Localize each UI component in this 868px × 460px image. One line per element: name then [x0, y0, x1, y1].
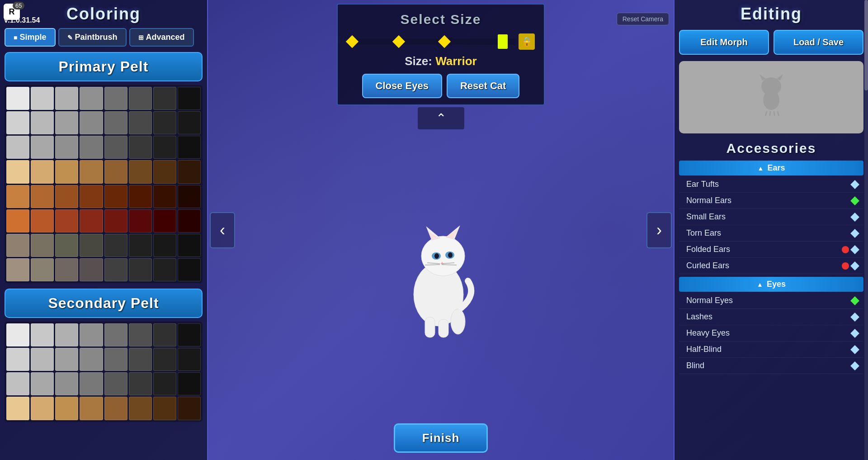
primary-color-swatch[interactable]: [129, 160, 152, 183]
load-save-button[interactable]: Load / Save: [774, 30, 863, 55]
primary-color-swatch[interactable]: [55, 111, 78, 134]
list-item[interactable]: Lashes: [679, 309, 863, 325]
primary-color-swatch[interactable]: [104, 258, 127, 281]
primary-color-swatch[interactable]: [153, 185, 176, 208]
primary-color-swatch[interactable]: [178, 136, 201, 159]
primary-color-swatch[interactable]: [104, 234, 127, 257]
secondary-color-swatch[interactable]: [6, 397, 29, 420]
primary-color-swatch[interactable]: [55, 209, 78, 232]
primary-color-swatch[interactable]: [178, 209, 201, 232]
primary-color-swatch[interactable]: [153, 209, 176, 232]
list-item[interactable]: Torn Ears: [679, 225, 863, 242]
primary-color-swatch[interactable]: [153, 258, 176, 281]
secondary-color-swatch[interactable]: [55, 372, 78, 395]
primary-color-swatch[interactable]: [104, 136, 127, 159]
primary-color-swatch[interactable]: [55, 185, 78, 208]
secondary-color-swatch[interactable]: [153, 323, 176, 346]
reset-camera-button[interactable]: Reset Camera: [617, 13, 669, 25]
primary-color-swatch[interactable]: [55, 258, 78, 281]
secondary-color-swatch[interactable]: [55, 348, 78, 371]
list-item[interactable]: Ear Tufts: [679, 176, 863, 193]
primary-color-swatch[interactable]: [80, 234, 103, 257]
primary-color-swatch[interactable]: [129, 258, 152, 281]
primary-pelt-header[interactable]: Primary Pelt: [5, 52, 203, 81]
mode-simple-button[interactable]: ■ Simple: [5, 28, 56, 47]
finish-button[interactable]: Finish: [394, 423, 488, 453]
right-scrollbar[interactable]: [864, 0, 868, 460]
secondary-color-swatch[interactable]: [178, 323, 201, 346]
primary-color-swatch[interactable]: [104, 111, 127, 134]
reset-cat-button[interactable]: Reset Cat: [447, 74, 519, 98]
eyes-section-header[interactable]: ▲ Eyes: [679, 277, 863, 292]
primary-color-swatch[interactable]: [55, 136, 78, 159]
primary-color-swatch[interactable]: [55, 87, 78, 110]
chevron-up-button[interactable]: ⌃: [418, 107, 464, 129]
primary-color-swatch[interactable]: [80, 87, 103, 110]
primary-color-swatch[interactable]: [31, 185, 54, 208]
secondary-color-swatch[interactable]: [153, 397, 176, 420]
secondary-color-swatch[interactable]: [55, 323, 78, 346]
secondary-color-swatch[interactable]: [129, 348, 152, 371]
secondary-color-swatch[interactable]: [104, 372, 127, 395]
primary-color-swatch[interactable]: [104, 87, 127, 110]
secondary-color-swatch[interactable]: [31, 348, 54, 371]
secondary-color-swatch[interactable]: [55, 397, 78, 420]
primary-color-swatch[interactable]: [6, 87, 29, 110]
secondary-color-swatch[interactable]: [80, 323, 103, 346]
primary-color-swatch[interactable]: [178, 87, 201, 110]
mode-paintbrush-button[interactable]: ✎ Paintbrush: [58, 28, 127, 47]
primary-color-swatch[interactable]: [178, 185, 201, 208]
primary-color-swatch[interactable]: [6, 258, 29, 281]
primary-color-swatch[interactable]: [129, 111, 152, 134]
primary-color-swatch[interactable]: [80, 136, 103, 159]
secondary-color-swatch[interactable]: [104, 323, 127, 346]
primary-color-swatch[interactable]: [31, 111, 54, 134]
primary-color-swatch[interactable]: [6, 111, 29, 134]
ears-section-header[interactable]: ▲ Ears: [679, 161, 863, 175]
secondary-color-swatch[interactable]: [178, 397, 201, 420]
primary-color-swatch[interactable]: [153, 136, 176, 159]
primary-color-swatch[interactable]: [104, 209, 127, 232]
primary-color-swatch[interactable]: [129, 136, 152, 159]
secondary-color-swatch[interactable]: [6, 372, 29, 395]
secondary-color-swatch[interactable]: [129, 323, 152, 346]
secondary-color-swatch[interactable]: [6, 323, 29, 346]
primary-color-swatch[interactable]: [178, 160, 201, 183]
primary-color-swatch[interactable]: [129, 234, 152, 257]
primary-color-swatch[interactable]: [153, 234, 176, 257]
secondary-color-swatch[interactable]: [80, 397, 103, 420]
secondary-color-swatch[interactable]: [104, 397, 127, 420]
secondary-color-swatch[interactable]: [31, 372, 54, 395]
primary-color-swatch[interactable]: [31, 258, 54, 281]
primary-color-swatch[interactable]: [153, 111, 176, 134]
list-item[interactable]: Blind: [679, 358, 863, 374]
close-eyes-button[interactable]: Close Eyes: [362, 74, 442, 98]
list-item[interactable]: Heavy Eyes: [679, 325, 863, 341]
primary-color-swatch[interactable]: [31, 136, 54, 159]
primary-color-swatch[interactable]: [31, 234, 54, 257]
primary-color-swatch[interactable]: [55, 160, 78, 183]
slider-thumb[interactable]: [498, 34, 508, 49]
primary-color-swatch[interactable]: [6, 234, 29, 257]
primary-color-swatch[interactable]: [31, 209, 54, 232]
primary-color-swatch[interactable]: [31, 87, 54, 110]
secondary-color-swatch[interactable]: [31, 397, 54, 420]
primary-color-swatch[interactable]: [80, 258, 103, 281]
primary-color-swatch[interactable]: [6, 160, 29, 183]
secondary-color-swatch[interactable]: [6, 348, 29, 371]
slider-lock-icon[interactable]: 🔒: [519, 33, 535, 50]
secondary-color-swatch[interactable]: [31, 323, 54, 346]
secondary-color-swatch[interactable]: [153, 372, 176, 395]
secondary-pelt-header[interactable]: Secondary Pelt: [5, 289, 203, 318]
primary-color-swatch[interactable]: [178, 111, 201, 134]
primary-color-swatch[interactable]: [153, 160, 176, 183]
secondary-color-swatch[interactable]: [153, 348, 176, 371]
secondary-color-swatch[interactable]: [104, 348, 127, 371]
primary-color-swatch[interactable]: [6, 136, 29, 159]
nav-left-arrow[interactable]: ‹: [210, 212, 235, 248]
secondary-color-swatch[interactable]: [178, 348, 201, 371]
secondary-color-swatch[interactable]: [178, 372, 201, 395]
primary-color-swatch[interactable]: [178, 258, 201, 281]
primary-color-swatch[interactable]: [80, 111, 103, 134]
secondary-color-swatch[interactable]: [129, 397, 152, 420]
